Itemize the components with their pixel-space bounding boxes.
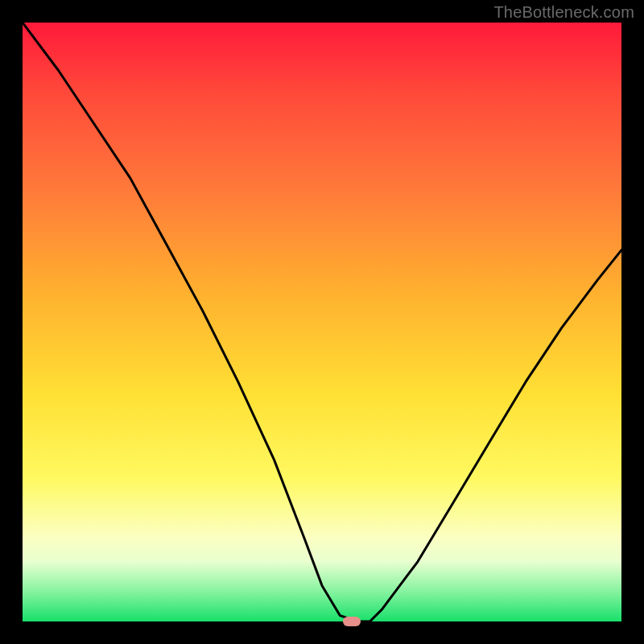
watermark-label: TheBottleneck.com (493, 3, 634, 22)
chart-frame: TheBottleneck.com (0, 0, 644, 644)
optimum-marker (343, 617, 361, 626)
bottleneck-curve (23, 23, 621, 621)
plot-area (23, 23, 621, 621)
